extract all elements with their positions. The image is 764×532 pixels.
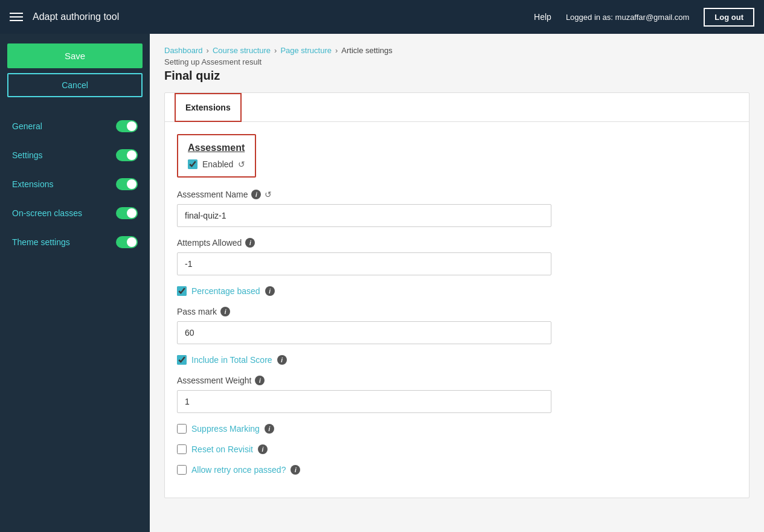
assessment-name-group: Assessment Name i ↺ <box>177 190 737 227</box>
sidebar-item-label-extensions: Extensions <box>12 179 53 189</box>
hamburger-menu[interactable] <box>10 13 23 21</box>
assessment-weight-label-row: Assessment Weight i <box>177 376 737 385</box>
breadcrumb: Dashboard › Course structure › Page stru… <box>164 46 750 55</box>
assessment-weight-info-icon[interactable]: i <box>255 376 265 385</box>
include-total-row: Include in Total Score i <box>177 355 737 365</box>
sidebar-item-extensions[interactable]: Extensions <box>0 170 150 199</box>
toggle-onscreen[interactable] <box>116 207 138 219</box>
pass-mark-label: Pass mark <box>177 307 217 316</box>
cancel-button[interactable]: Cancel <box>7 73 143 97</box>
toggle-extensions[interactable] <box>116 178 138 190</box>
assessment-name-input[interactable] <box>177 204 551 227</box>
toggle-theme[interactable] <box>116 236 138 248</box>
pass-mark-label-row: Pass mark i <box>177 307 737 316</box>
sidebar: Save Cancel General Settings Extensions … <box>0 34 150 532</box>
sidebar-nav: General Settings Extensions On-screen cl… <box>0 112 150 257</box>
sidebar-item-label-onscreen: On-screen classes <box>12 208 82 218</box>
assessment-enabled-row: Enabled ↺ <box>188 159 245 169</box>
logged-in-label: Logged in as: muzaffar@gmail.com <box>566 13 689 22</box>
assessment-name-reset-icon[interactable]: ↺ <box>265 190 272 199</box>
reset-on-revisit-label[interactable]: Reset on Revisit <box>191 444 253 454</box>
assessment-name-label: Assessment Name <box>177 190 248 199</box>
logout-button[interactable]: Log out <box>704 8 754 27</box>
percentage-based-label[interactable]: Percentage based <box>191 286 260 296</box>
sidebar-item-settings[interactable]: Settings <box>0 141 150 170</box>
breadcrumb-page[interactable]: Page structure <box>280 46 332 55</box>
assessment-weight-group: Assessment Weight i <box>177 376 737 413</box>
top-navbar: Adapt authoring tool Help Logged in as: … <box>0 0 764 34</box>
reset-on-revisit-row: Reset on Revisit i <box>177 444 737 454</box>
sidebar-item-label-settings: Settings <box>12 150 43 160</box>
reset-on-revisit-info-icon[interactable]: i <box>258 444 268 454</box>
assessment-name-label-row: Assessment Name i ↺ <box>177 190 737 199</box>
sidebar-item-label-general: General <box>12 121 42 131</box>
assessment-title: Assessment <box>188 143 245 153</box>
suppress-marking-row: Suppress Marking i <box>177 424 737 434</box>
assessment-header-box: Assessment Enabled ↺ <box>177 134 256 178</box>
help-link[interactable]: Help <box>534 12 551 22</box>
pass-mark-info-icon[interactable]: i <box>220 307 230 316</box>
sidebar-item-theme[interactable]: Theme settings <box>0 228 150 257</box>
enabled-label[interactable]: Enabled <box>202 159 233 169</box>
reset-on-revisit-checkbox[interactable] <box>177 444 187 454</box>
main-content: Dashboard › Course structure › Page stru… <box>150 34 764 532</box>
assessment-weight-input[interactable] <box>177 390 551 413</box>
percentage-based-info-icon[interactable]: i <box>265 286 275 296</box>
allow-retry-checkbox[interactable] <box>177 465 187 475</box>
breadcrumb-dashboard[interactable]: Dashboard <box>164 46 203 55</box>
breadcrumb-current: Article settings <box>341 46 393 55</box>
allow-retry-info-icon[interactable]: i <box>291 465 300 475</box>
include-total-info-icon[interactable]: i <box>277 355 287 365</box>
pass-mark-input[interactable] <box>177 321 551 344</box>
tab-extensions[interactable]: Extensions <box>175 93 242 122</box>
attempts-label-row: Attempts Allowed i <box>177 238 737 248</box>
attempts-group: Attempts Allowed i <box>177 238 737 275</box>
include-total-label[interactable]: Include in Total Score <box>191 355 272 365</box>
toggle-settings[interactable] <box>116 149 138 161</box>
allow-retry-row: Allow retry once passed? i <box>177 465 737 475</box>
assessment-weight-label: Assessment Weight <box>177 376 251 385</box>
attempts-input[interactable] <box>177 252 551 275</box>
content-card: Extensions Assessment Enabled ↺ Assessme… <box>164 92 750 498</box>
breadcrumb-course[interactable]: Course structure <box>213 46 271 55</box>
include-total-checkbox[interactable] <box>177 355 187 365</box>
attempts-info-icon[interactable]: i <box>245 238 255 248</box>
suppress-marking-info-icon[interactable]: i <box>265 424 274 434</box>
save-button[interactable]: Save <box>7 43 143 68</box>
suppress-marking-label[interactable]: Suppress Marking <box>191 424 260 434</box>
card-body: Assessment Enabled ↺ Assessment Name i ↺ <box>165 122 749 498</box>
sidebar-item-onscreen[interactable]: On-screen classes <box>0 199 150 228</box>
allow-retry-label[interactable]: Allow retry once passed? <box>191 465 286 475</box>
page-subtitle: Setting up Assesment result <box>164 57 750 66</box>
attempts-label: Attempts Allowed <box>177 238 242 248</box>
card-tabs: Extensions <box>165 93 749 122</box>
pass-mark-group: Pass mark i <box>177 307 737 344</box>
suppress-marking-checkbox[interactable] <box>177 424 187 434</box>
sidebar-item-general[interactable]: General <box>0 112 150 141</box>
percentage-based-row: Percentage based i <box>177 286 737 296</box>
reset-enabled-icon[interactable]: ↺ <box>238 159 245 169</box>
app-title: Adapt authoring tool <box>33 11 534 22</box>
page-layout: Save Cancel General Settings Extensions … <box>0 34 764 532</box>
assessment-name-info-icon[interactable]: i <box>251 190 261 199</box>
percentage-based-checkbox[interactable] <box>177 286 187 296</box>
sidebar-item-label-theme: Theme settings <box>12 237 70 247</box>
enabled-checkbox[interactable] <box>188 159 197 169</box>
toggle-general[interactable] <box>116 120 138 132</box>
page-title: Final quiz <box>164 69 750 83</box>
